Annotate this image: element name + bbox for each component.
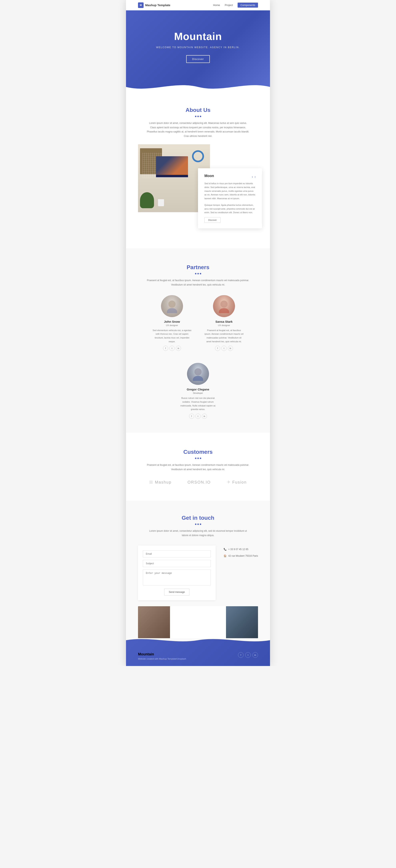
twitter-icon-3[interactable]: t [195, 414, 201, 419]
twitter-icon-2[interactable]: t [221, 346, 227, 351]
about-visual: Moon ‹ › Sed id tellus in risus pre tium… [138, 144, 258, 232]
partner-name-2: Sansa Stark [204, 320, 244, 323]
contact-img-left [138, 606, 170, 638]
card-prev-button[interactable]: ‹ [252, 175, 253, 179]
partners-section: Partners Praesent at feugiat est, at fau… [126, 248, 270, 433]
email-input[interactable] [143, 550, 211, 557]
contact-form: Send message [138, 546, 216, 600]
nav-components[interactable]: Components [237, 3, 258, 8]
customer-logo-3: ✈ Fusion [227, 479, 247, 485]
address-text: 42 rue Moubert 75016 Paris [228, 553, 258, 558]
partner-role-1: UX designer [152, 324, 192, 327]
footer-linkedin-icon[interactable]: in [252, 652, 258, 658]
facebook-icon-3[interactable]: f [189, 414, 194, 419]
svg-point-2 [220, 301, 228, 308]
mashup-icon: ⊞ [149, 479, 153, 485]
hero-cta-button[interactable]: Discover [186, 55, 210, 63]
footer-facebook-icon[interactable]: f [238, 652, 244, 658]
svg-point-3 [219, 308, 229, 313]
avatar-face-3 [187, 363, 209, 385]
card-text-2: Quisque tempor, ligula pharetra luctus e… [204, 203, 256, 214]
address-info: 🏠 42 rue Moubert 75016 Paris [224, 553, 258, 558]
partners-subtitle: Praesent at feugiat est, at faucibus ips… [146, 278, 250, 287]
linkedin-icon-2[interactable]: in [228, 346, 233, 351]
dot-2 [197, 116, 199, 117]
dot-3 [200, 116, 201, 117]
dot-ct1 [195, 524, 196, 525]
facebook-icon-1[interactable]: f [163, 346, 168, 351]
partner-card-3: Gregor Clegane Developer Busce rutrum ni… [178, 363, 218, 419]
partner-avatar-3 [187, 363, 209, 385]
contact-img-right [226, 606, 258, 638]
nav-project[interactable]: Project [225, 4, 233, 7]
facebook-icon-2[interactable]: f [215, 346, 220, 351]
twitter-icon-1[interactable]: t [169, 346, 175, 351]
card-text-1: Sed id tellus in risus pre tium imperdie… [204, 182, 256, 200]
desk-headphones [192, 150, 204, 162]
avatar-face-1 [161, 295, 183, 317]
contact-section: Get in touch Lorem ipsum dolor sit amet,… [126, 501, 270, 638]
fusion-icon: ✈ [227, 479, 231, 485]
footer-twitter-icon[interactable]: t [245, 652, 251, 658]
dot-c1 [195, 458, 196, 459]
contact-wrapper: Send message 📞 + 33 9 07 45 12 65 🏠 42 r… [138, 546, 258, 600]
contact-title: Get in touch [138, 515, 258, 521]
contact-dots [138, 524, 258, 525]
brand-icon: M [138, 2, 144, 8]
customers-subtitle: Praesent at feugiat est, at faucibus ips… [146, 463, 250, 471]
dot-ct2 [197, 524, 199, 525]
partner-role-3: Developer [178, 392, 218, 394]
svg-point-5 [193, 376, 203, 381]
customer-name-1: Mashup [155, 480, 171, 485]
partner-social-2: f t in [204, 346, 244, 351]
dot-p2 [197, 273, 199, 274]
hero-wave [126, 79, 270, 91]
dot-p1 [195, 273, 196, 274]
footer-brand: Mountain [138, 652, 186, 656]
laptop-screen [156, 156, 188, 175]
customer-logo-1: ⊞ Mashup [149, 479, 171, 485]
brand: M Mashup Template [138, 2, 170, 8]
customers-logos: ⊞ Mashup ORSON.IO ✈ Fusion [138, 479, 258, 485]
contact-info: 📞 + 33 9 07 45 12 65 🏠 42 rue Moubert 75… [224, 546, 258, 560]
customer-logo-2: ORSON.IO [188, 480, 211, 485]
footer-tagline: Website created with Mashup Template/Uns… [138, 658, 186, 660]
dot-1 [195, 116, 196, 117]
card-title: Moon [204, 174, 214, 178]
send-button[interactable]: Send message [164, 589, 190, 595]
card-discover-button[interactable]: Discover [204, 217, 221, 223]
phone-info: 📞 + 33 9 07 45 12 65 [224, 547, 258, 552]
footer-left: Mountain Website created with Mashup Tem… [138, 648, 186, 660]
card-next-button[interactable]: › [255, 175, 256, 179]
customers-section: Customers Praesent at feugiat est, at fa… [126, 433, 270, 501]
brand-name: Mashup Template [145, 3, 170, 7]
phone-icon: 📞 [224, 547, 227, 552]
nav-home[interactable]: Home [213, 4, 220, 7]
partners-title: Partners [138, 264, 258, 271]
about-title: About Us [138, 107, 258, 113]
linkedin-icon-1[interactable]: in [176, 346, 181, 351]
desk-cup [158, 199, 164, 206]
message-textarea[interactable] [143, 569, 211, 585]
linkedin-icon-3[interactable]: in [202, 414, 207, 419]
about-card: Moon ‹ › Sed id tellus in risus pre tium… [198, 168, 262, 228]
partner-avatar-1 [161, 295, 183, 317]
avatar-svg-1 [166, 299, 178, 313]
contact-images [138, 606, 258, 638]
partner-desc-1: Sed elementum vehicula nisi, a egestas v… [152, 329, 192, 343]
phone-number: + 33 9 07 45 12 65 [228, 547, 248, 552]
address-icon: 🏠 [224, 553, 227, 558]
about-text: Lorem ipsum dolor sit amet, consectetur … [146, 121, 250, 138]
partner-name-1: John Snow [152, 320, 192, 323]
avatar-face-2 [213, 295, 235, 317]
dot-ct3 [200, 524, 201, 525]
about-section: About Us Lorem ipsum dolor sit amet, con… [126, 91, 270, 248]
dot-c3 [200, 458, 201, 459]
desk-plant [140, 192, 154, 208]
footer-wave [126, 638, 270, 648]
customers-title: Customers [138, 449, 258, 455]
subject-input[interactable] [143, 560, 211, 567]
avatar-svg-3 [192, 367, 204, 381]
partner-desc-2: Praesent at feugiat est, at faucibus ips… [204, 329, 244, 343]
navbar: M Mashup Template Home Project Component… [126, 0, 270, 10]
